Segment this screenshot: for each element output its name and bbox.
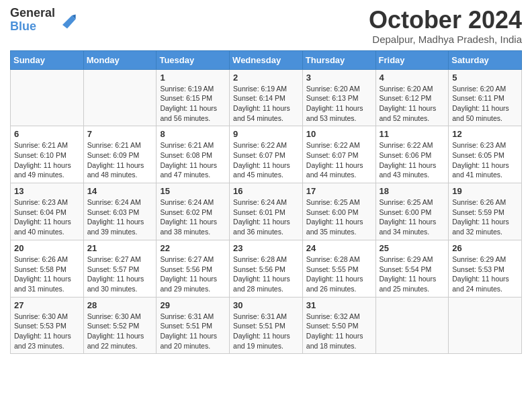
day-info: Sunrise: 6:27 AMSunset: 5:57 PMDaylight:… (87, 255, 153, 294)
day-info: Sunrise: 6:19 AMSunset: 6:14 PMDaylight:… (233, 84, 299, 124)
day-info: Sunrise: 6:22 AMSunset: 6:07 PMDaylight:… (233, 140, 299, 180)
calendar-cell: 20Sunrise: 6:26 AMSunset: 5:58 PMDayligh… (11, 240, 84, 297)
day-info: Sunrise: 6:27 AMSunset: 5:56 PMDaylight:… (160, 255, 226, 294)
day-number: 26 (452, 243, 518, 253)
calendar-cell: 16Sunrise: 6:24 AMSunset: 6:01 PMDayligh… (230, 183, 303, 240)
day-number: 8 (160, 129, 226, 139)
day-number: 5 (452, 73, 518, 83)
day-info: Sunrise: 6:30 AMSunset: 5:53 PMDaylight:… (14, 312, 80, 351)
logo-general: General (10, 7, 55, 20)
day-info: Sunrise: 6:28 AMSunset: 5:56 PMDaylight:… (233, 255, 299, 294)
day-number: 12 (452, 129, 518, 139)
calendar-cell: 3Sunrise: 6:20 AMSunset: 6:13 PMDaylight… (302, 69, 375, 126)
day-info: Sunrise: 6:26 AMSunset: 5:59 PMDaylight:… (452, 197, 518, 237)
calendar-week-4: 20Sunrise: 6:26 AMSunset: 5:58 PMDayligh… (11, 240, 522, 297)
calendar-cell: 1Sunrise: 6:19 AMSunset: 6:15 PMDaylight… (157, 69, 230, 126)
day-header-sunday: Sunday (11, 50, 84, 69)
day-info: Sunrise: 6:29 AMSunset: 5:54 PMDaylight:… (380, 255, 445, 294)
calendar-cell: 19Sunrise: 6:26 AMSunset: 5:59 PMDayligh… (449, 183, 522, 240)
day-number: 17 (306, 186, 372, 196)
calendar-week-1: 1Sunrise: 6:19 AMSunset: 6:15 PMDaylight… (11, 69, 522, 126)
day-number: 18 (380, 186, 445, 196)
calendar-cell: 30Sunrise: 6:31 AMSunset: 5:51 PMDayligh… (230, 297, 303, 354)
calendar-table: SundayMondayTuesdayWednesdayThursdayFrid… (10, 50, 522, 355)
calendar-cell: 15Sunrise: 6:24 AMSunset: 6:02 PMDayligh… (157, 183, 230, 240)
logo: General Blue (10, 7, 77, 34)
day-number: 20 (14, 243, 80, 253)
day-number: 22 (160, 243, 226, 253)
calendar-week-2: 6Sunrise: 6:21 AMSunset: 6:10 PMDaylight… (11, 126, 522, 183)
calendar-cell: 7Sunrise: 6:21 AMSunset: 6:09 PMDaylight… (83, 126, 157, 183)
calendar-cell: 27Sunrise: 6:30 AMSunset: 5:53 PMDayligh… (11, 297, 84, 354)
day-info: Sunrise: 6:31 AMSunset: 5:51 PMDaylight:… (233, 312, 299, 351)
calendar-cell: 8Sunrise: 6:21 AMSunset: 6:08 PMDaylight… (157, 126, 230, 183)
calendar-cell: 23Sunrise: 6:28 AMSunset: 5:56 PMDayligh… (230, 240, 303, 297)
day-info: Sunrise: 6:20 AMSunset: 6:13 PMDaylight:… (306, 84, 372, 124)
calendar-cell: 18Sunrise: 6:25 AMSunset: 6:00 PMDayligh… (375, 183, 449, 240)
day-info: Sunrise: 6:25 AMSunset: 6:00 PMDaylight:… (306, 197, 372, 237)
day-number: 27 (14, 300, 80, 310)
day-number: 16 (233, 186, 299, 196)
day-info: Sunrise: 6:26 AMSunset: 5:58 PMDaylight:… (14, 255, 80, 294)
day-info: Sunrise: 6:24 AMSunset: 6:02 PMDaylight:… (160, 197, 226, 237)
day-number: 30 (233, 300, 299, 310)
calendar-cell (449, 297, 522, 354)
day-number: 25 (380, 243, 445, 253)
day-number: 29 (160, 300, 226, 310)
day-number: 24 (306, 243, 372, 253)
day-header-thursday: Thursday (302, 50, 375, 69)
day-info: Sunrise: 6:29 AMSunset: 5:53 PMDaylight:… (452, 255, 518, 294)
day-number: 7 (87, 129, 153, 139)
calendar-cell: 10Sunrise: 6:22 AMSunset: 6:07 PMDayligh… (302, 126, 375, 183)
day-number: 2 (233, 73, 299, 83)
day-header-tuesday: Tuesday (157, 50, 230, 69)
day-info: Sunrise: 6:19 AMSunset: 6:15 PMDaylight:… (160, 84, 226, 124)
day-info: Sunrise: 6:24 AMSunset: 6:03 PMDaylight:… (87, 197, 153, 237)
day-info: Sunrise: 6:21 AMSunset: 6:08 PMDaylight:… (160, 140, 226, 180)
calendar-cell: 25Sunrise: 6:29 AMSunset: 5:54 PMDayligh… (375, 240, 449, 297)
day-number: 1 (160, 73, 226, 83)
day-info: Sunrise: 6:21 AMSunset: 6:10 PMDaylight:… (14, 140, 80, 180)
calendar-cell: 12Sunrise: 6:23 AMSunset: 6:05 PMDayligh… (449, 126, 522, 183)
day-info: Sunrise: 6:32 AMSunset: 5:50 PMDaylight:… (306, 312, 372, 351)
logo-blue: Blue (10, 20, 55, 34)
calendar-week-3: 13Sunrise: 6:23 AMSunset: 6:04 PMDayligh… (11, 183, 522, 240)
calendar-cell (11, 69, 84, 126)
calendar-cell: 17Sunrise: 6:25 AMSunset: 6:00 PMDayligh… (302, 183, 375, 240)
calendar-cell: 9Sunrise: 6:22 AMSunset: 6:07 PMDaylight… (230, 126, 303, 183)
calendar-cell: 4Sunrise: 6:20 AMSunset: 6:12 PMDaylight… (375, 69, 449, 126)
calendar-cell: 14Sunrise: 6:24 AMSunset: 6:03 PMDayligh… (83, 183, 157, 240)
day-header-friday: Friday (375, 50, 449, 69)
calendar-cell: 5Sunrise: 6:20 AMSunset: 6:11 PMDaylight… (449, 69, 522, 126)
title-block: October 2024 Depalpur, Madhya Pradesh, I… (369, 7, 522, 45)
day-number: 13 (14, 186, 80, 196)
day-info: Sunrise: 6:30 AMSunset: 5:52 PMDaylight:… (87, 312, 153, 351)
logo-icon (58, 11, 77, 30)
calendar-cell: 22Sunrise: 6:27 AMSunset: 5:56 PMDayligh… (157, 240, 230, 297)
day-info: Sunrise: 6:22 AMSunset: 6:07 PMDaylight:… (306, 140, 372, 180)
day-number: 19 (452, 186, 518, 196)
calendar-cell: 11Sunrise: 6:22 AMSunset: 6:06 PMDayligh… (375, 126, 449, 183)
calendar-cell (375, 297, 449, 354)
month-title: October 2024 (369, 7, 522, 34)
day-info: Sunrise: 6:23 AMSunset: 6:04 PMDaylight:… (14, 197, 80, 237)
day-header-saturday: Saturday (449, 50, 522, 69)
day-info: Sunrise: 6:22 AMSunset: 6:06 PMDaylight:… (380, 140, 445, 180)
calendar-cell: 6Sunrise: 6:21 AMSunset: 6:10 PMDaylight… (11, 126, 84, 183)
day-number: 3 (306, 73, 372, 83)
calendar-cell: 21Sunrise: 6:27 AMSunset: 5:57 PMDayligh… (83, 240, 157, 297)
calendar-week-5: 27Sunrise: 6:30 AMSunset: 5:53 PMDayligh… (11, 297, 522, 354)
calendar-cell: 28Sunrise: 6:30 AMSunset: 5:52 PMDayligh… (83, 297, 157, 354)
day-info: Sunrise: 6:24 AMSunset: 6:01 PMDaylight:… (233, 197, 299, 237)
day-number: 6 (14, 129, 80, 139)
calendar-cell: 31Sunrise: 6:32 AMSunset: 5:50 PMDayligh… (302, 297, 375, 354)
day-info: Sunrise: 6:21 AMSunset: 6:09 PMDaylight:… (87, 140, 153, 180)
page-header: General Blue October 2024 Depalpur, Madh… (10, 7, 522, 45)
day-number: 10 (306, 129, 372, 139)
calendar-cell: 2Sunrise: 6:19 AMSunset: 6:14 PMDaylight… (230, 69, 303, 126)
svg-marker-0 (62, 15, 76, 29)
day-number: 14 (87, 186, 153, 196)
day-number: 23 (233, 243, 299, 253)
day-info: Sunrise: 6:25 AMSunset: 6:00 PMDaylight:… (380, 197, 445, 237)
calendar-cell (83, 69, 157, 126)
